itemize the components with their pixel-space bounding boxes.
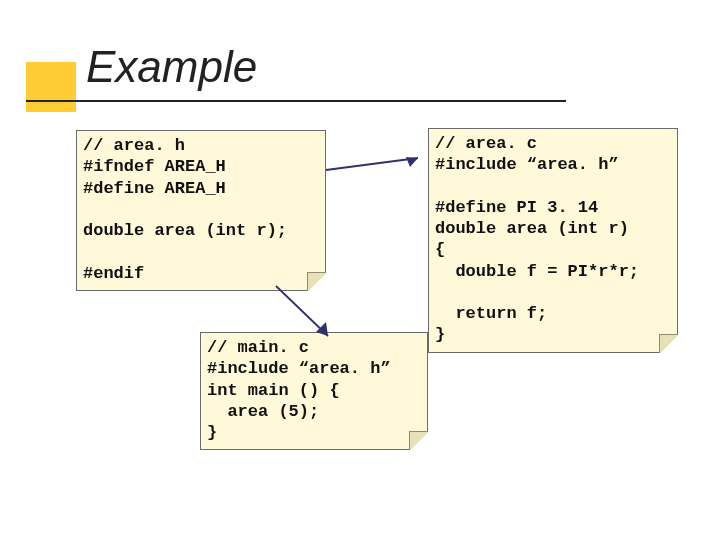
arrow-head-top [406, 157, 418, 167]
code-main: // main. c #include “area. h” int main (… [207, 337, 419, 443]
arrow-line-top [326, 158, 418, 170]
code-box-header: // area. h #ifndef AREA_H #define AREA_H… [76, 130, 326, 291]
code-box-main: // main. c #include “area. h” int main (… [200, 332, 428, 450]
title-block: Example [86, 42, 257, 96]
title-underline [26, 100, 566, 102]
code-box-impl: // area. c #include “area. h” #define PI… [428, 128, 678, 353]
code-header: // area. h #ifndef AREA_H #define AREA_H… [83, 135, 317, 284]
code-impl: // area. c #include “area. h” #define PI… [435, 133, 669, 346]
page-title: Example [86, 42, 257, 92]
arrow-line-bottom [276, 286, 328, 336]
accent-square [26, 62, 76, 112]
